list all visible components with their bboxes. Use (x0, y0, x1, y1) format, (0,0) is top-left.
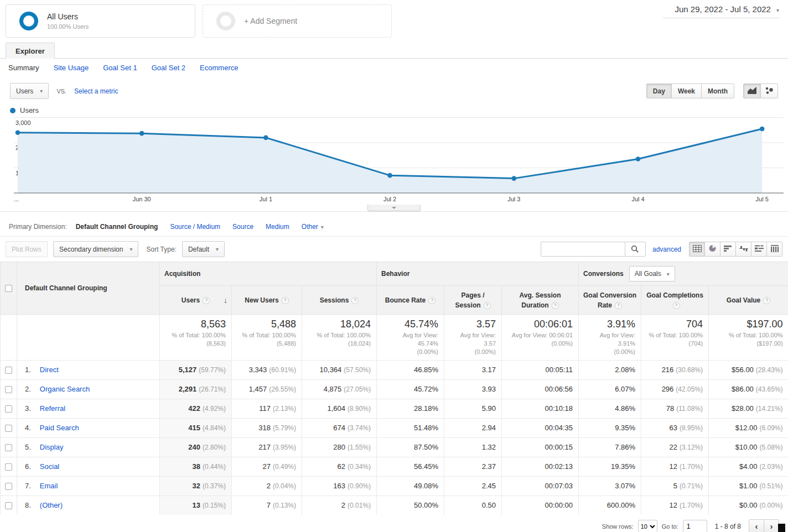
primary-dimension-default-channel-grouping[interactable]: Default Channel Grouping (76, 223, 158, 231)
previous-page-button[interactable]: ‹ (749, 519, 764, 532)
x-axis-tick-label: Jun 30 (133, 196, 151, 202)
users-column-header[interactable]: Users? ↓ (160, 286, 232, 315)
cell-users: 415(4.84%) (160, 418, 232, 437)
primary-dimension-medium[interactable]: Medium (266, 223, 289, 231)
cell-sessions: 2(0.01%) (302, 496, 377, 515)
channel-link[interactable]: (Other) (40, 501, 63, 509)
primary-dimension-source[interactable]: Source (232, 223, 253, 231)
channel-link[interactable]: Referral (40, 404, 65, 413)
segment-all-users[interactable]: All Users 100.00% Users (6, 4, 195, 38)
pivot-view-button[interactable] (766, 242, 782, 257)
table-search-input[interactable] (541, 242, 625, 257)
performance-view-button[interactable] (720, 242, 736, 257)
comparison-view-button[interactable] (735, 242, 751, 257)
view-buttons-group (689, 242, 782, 257)
chart-data-point[interactable] (760, 127, 765, 132)
percentage-view-button[interactable] (704, 242, 720, 257)
primary-dimension-source-medium[interactable]: Source / Medium (170, 223, 220, 231)
add-segment-button[interactable]: + Add Segment (203, 4, 392, 38)
row-checkbox[interactable] (5, 425, 12, 432)
bounce-rate-column-header[interactable]: Bounce Rate? (377, 286, 444, 315)
granularity-month-button[interactable]: Month (701, 84, 734, 98)
tab-explorer[interactable]: Explorer (6, 43, 55, 59)
data-table-view-button[interactable] (689, 242, 705, 257)
pages-session-column-header[interactable]: Pages / Session? (444, 286, 502, 315)
chart-data-point[interactable] (512, 176, 517, 181)
plot-rows-button[interactable]: Plot Rows (6, 241, 48, 257)
select-all-checkbox[interactable] (5, 285, 12, 292)
row-checkbox[interactable] (5, 463, 12, 471)
help-icon[interactable]: ? (428, 297, 436, 304)
next-page-button[interactable]: › (764, 519, 779, 532)
subnav-ecommerce[interactable]: Ecommerce (200, 64, 238, 72)
row-range-label: 1 - 8 of 8 (715, 523, 741, 530)
cell-gv: $1.00(0.51%) (709, 476, 788, 496)
session-duration-column-header[interactable]: Avg. Session Duration? (502, 286, 579, 315)
help-icon[interactable]: ? (763, 297, 770, 304)
subnav-goal-set-1[interactable]: Goal Set 1 (103, 64, 137, 72)
help-icon[interactable]: ? (615, 302, 622, 309)
channel-link[interactable]: Organic Search (40, 385, 90, 393)
cell-users: 38(0.44%) (160, 457, 232, 476)
goal-completions-column-header[interactable]: Goal Completions? (641, 286, 709, 315)
help-icon[interactable]: ? (673, 302, 680, 309)
chart-data-point[interactable] (139, 131, 144, 136)
show-rows-select[interactable]: 10 (638, 520, 657, 532)
motion-chart-icon (765, 87, 774, 96)
term-cloud-view-button[interactable] (751, 242, 767, 257)
row-checkbox[interactable] (5, 444, 12, 451)
help-icon[interactable]: ? (351, 297, 359, 304)
granularity-day-button[interactable]: Day (646, 84, 672, 98)
row-checkbox[interactable] (5, 483, 12, 490)
help-icon[interactable]: ? (203, 297, 210, 304)
channel-link[interactable]: Display (40, 443, 64, 451)
goal-conversion-rate-column-header[interactable]: Goal Conversion Rate? (579, 286, 641, 315)
channel-link[interactable]: Direct (40, 366, 59, 374)
date-range-selector[interactable]: Jun 29, 2022 - Jul 5, 2022▾ (663, 3, 780, 18)
chart-data-point[interactable] (387, 173, 392, 178)
goto-page-input[interactable] (683, 520, 707, 532)
sort-type-dropdown[interactable]: Default ▾ (182, 241, 225, 257)
cell-bounce: 49.08% (377, 476, 444, 496)
row-checkbox[interactable] (5, 502, 12, 509)
row-checkbox[interactable] (5, 405, 12, 413)
primary-dimension-other[interactable]: Other▾ (302, 223, 324, 231)
row-checkbox[interactable] (5, 386, 12, 393)
cell-duration: 00:07:03 (502, 476, 579, 496)
chart-data-point[interactable] (263, 135, 268, 140)
line-chart-icon-button[interactable] (743, 84, 761, 98)
search-button[interactable] (625, 242, 646, 257)
secondary-dimension-dropdown[interactable]: Secondary dimension ▾ (53, 241, 138, 257)
total-new-users: 5,488% of Total: 100.00%(5,488) (232, 315, 302, 361)
vs-label: vs. (56, 88, 66, 95)
cell-pages: 2.37 (444, 457, 502, 476)
channel-link[interactable]: Email (40, 482, 58, 490)
segments-bar: All Users 100.00% Users + Add Segment Ju… (0, 0, 788, 42)
subnav-site-usage[interactable]: Site Usage (54, 64, 89, 72)
chart-data-point[interactable] (636, 157, 641, 161)
help-icon[interactable]: ? (282, 297, 289, 304)
channel-link[interactable]: Paid Search (40, 424, 79, 432)
metric-selector-dropdown[interactable]: Users ▾ (10, 83, 49, 99)
chart-data-point[interactable] (15, 131, 20, 135)
goal-value-column-header[interactable]: Goal Value? (709, 286, 788, 315)
granularity-week-button[interactable]: Week (671, 84, 702, 98)
motion-chart-icon-button[interactable] (760, 84, 778, 98)
all-goals-selector[interactable]: All Goals ▾ (629, 266, 675, 281)
table-row: 3.Referral422(4.92%)117(2.13%)1,604(8.90… (1, 399, 788, 418)
sessions-column-header[interactable]: Sessions? (302, 286, 377, 315)
row-rank: 6. (25, 462, 31, 471)
advanced-link[interactable]: advanced (652, 246, 681, 253)
cell-pages: 2.45 (444, 476, 502, 496)
chevron-down-icon (392, 207, 396, 211)
select-a-metric-link[interactable]: Select a metric (74, 87, 118, 95)
help-icon[interactable]: ? (552, 302, 559, 309)
channel-link[interactable]: Social (40, 462, 59, 471)
row-checkbox[interactable] (5, 367, 12, 374)
new-users-column-header[interactable]: New Users? (232, 286, 302, 315)
subnav-summary[interactable]: Summary (8, 64, 39, 72)
cell-new-users: 3,343(60.91%) (232, 360, 302, 379)
subnav-goal-set-2[interactable]: Goal Set 2 (152, 64, 185, 72)
help-icon[interactable]: ? (484, 302, 491, 309)
chart-collapse-handle[interactable] (367, 205, 421, 211)
